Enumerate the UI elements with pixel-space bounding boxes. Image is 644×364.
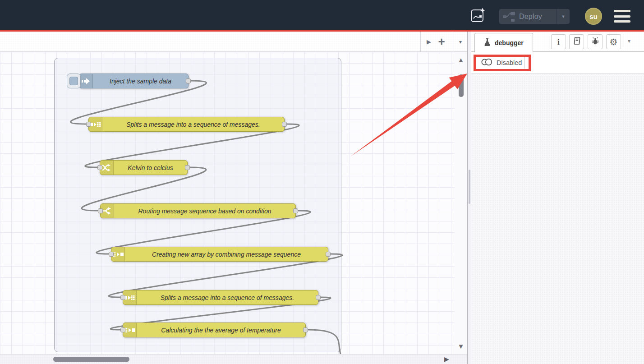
add-flow-icon[interactable]: + xyxy=(435,32,448,52)
scroll-down-icon[interactable]: ▼ xyxy=(455,343,467,350)
node-port-in[interactable] xyxy=(98,208,103,213)
hamburger-bar xyxy=(614,10,630,12)
hamburger-bar xyxy=(614,15,630,18)
node-label: Splits a message into a sequence of mess… xyxy=(102,117,284,131)
node-port-out[interactable] xyxy=(316,295,321,300)
workspace-tabbar: ▶ + ▾ xyxy=(0,32,467,52)
node-port-out[interactable] xyxy=(282,122,287,127)
deploy-caret-icon[interactable]: ▾ xyxy=(557,14,570,19)
node-port-out[interactable] xyxy=(326,252,331,257)
ai-flow-assistant-icon[interactable] xyxy=(469,6,487,23)
node-port-in[interactable] xyxy=(120,295,125,300)
flow-node-switch-1[interactable]: Routing message sequence based on condit… xyxy=(100,203,296,218)
gear-icon: ⚙ xyxy=(610,37,618,46)
wires-svg xyxy=(0,52,467,354)
flow-canvas[interactable]: ▲ ▼ Inject the sample dataSplits a messa… xyxy=(0,52,467,354)
inject-trigger-button[interactable] xyxy=(67,74,81,88)
flask-icon xyxy=(484,38,491,48)
main-menu-icon[interactable] xyxy=(614,10,630,23)
node-label: Kelvin to celcius xyxy=(114,161,187,175)
scroll-right-icon[interactable]: ▶ xyxy=(444,355,449,363)
settings-button[interactable]: ⚙ xyxy=(606,34,621,49)
sidebar-tab-label: debugger xyxy=(495,39,524,46)
flow-node-join-1[interactable]: Creating new array by combining message … xyxy=(111,247,328,262)
debugger-content xyxy=(471,74,644,364)
node-red-window: Deploy ▾ su ▶ + ▾ ▲ ▼ Inject the sample … xyxy=(0,0,644,364)
tabbar-separator xyxy=(420,32,421,52)
inject-icon xyxy=(79,74,93,88)
node-port-in[interactable] xyxy=(120,327,125,332)
horizontal-scrollbar: ▶ xyxy=(0,354,467,364)
bug-icon xyxy=(591,37,599,47)
flow-node-join-2[interactable]: Calculating the the average of temperatu… xyxy=(123,323,306,337)
inject-button-face xyxy=(69,77,78,85)
node-label: Routing message sequence based on condit… xyxy=(114,204,295,218)
node-port-out[interactable] xyxy=(186,78,191,83)
tab-debugger[interactable]: debugger xyxy=(474,33,533,52)
header-bar: Deploy ▾ su xyxy=(0,0,644,30)
disabled-toggle-button[interactable]: Disabled xyxy=(481,57,522,69)
sidebar-resize-sash[interactable] xyxy=(467,32,471,364)
sidebar-tabrow: debugger i xyxy=(471,32,644,52)
node-port-out[interactable] xyxy=(303,327,308,332)
sash-grip[interactable] xyxy=(469,170,470,204)
flow-list-caret-icon[interactable]: ▾ xyxy=(454,32,467,52)
toolbar-separator xyxy=(524,57,525,69)
scroll-up-icon[interactable]: ▲ xyxy=(455,57,467,63)
deploy-label: Deploy xyxy=(519,13,557,21)
sidebar-caret-icon[interactable]: ▾ xyxy=(628,38,630,44)
debug-button[interactable] xyxy=(588,34,603,49)
deploy-button[interactable]: Deploy ▾ xyxy=(499,9,570,24)
node-port-out[interactable] xyxy=(293,208,298,213)
node-port-in[interactable] xyxy=(109,252,114,257)
horizontal-scroll-thumb[interactable] xyxy=(53,357,129,362)
hamburger-bar xyxy=(614,20,630,23)
toggle-off-icon xyxy=(481,58,493,68)
node-label: Splits a message into a sequence of mess… xyxy=(137,290,318,304)
sidebar: debugger i xyxy=(471,32,644,364)
node-port-in[interactable] xyxy=(86,122,91,127)
node-port-in[interactable] xyxy=(97,165,102,170)
flow-node-split-1[interactable]: Splits a message into a sequence of mess… xyxy=(88,117,285,132)
node-port-out[interactable] xyxy=(185,165,190,170)
info-button[interactable]: i xyxy=(551,34,566,49)
wire[interactable] xyxy=(308,330,351,354)
disabled-label: Disabled xyxy=(497,59,522,66)
deploy-nodes-icon xyxy=(499,11,519,23)
tabbar-separator xyxy=(453,32,453,52)
node-label: Inject the sample data xyxy=(93,74,188,88)
help-book-button[interactable] xyxy=(569,34,584,49)
node-label: Calculating the the average of temperatu… xyxy=(137,323,305,337)
flow-node-inject[interactable]: Inject the sample data xyxy=(79,74,189,88)
vertical-scroll-thumb[interactable] xyxy=(459,74,464,97)
user-avatar[interactable]: su xyxy=(585,8,602,25)
book-icon xyxy=(572,37,581,47)
flow-node-split-2[interactable]: Splits a message into a sequence of mess… xyxy=(123,290,318,305)
info-icon: i xyxy=(557,37,560,47)
debugger-toolbar: Disabled xyxy=(471,52,644,74)
vertical-scrollbar: ▲ ▼ xyxy=(455,52,467,354)
node-label: Creating new array by combining message … xyxy=(125,247,328,261)
flow-node-change-1[interactable]: Kelvin to celcius xyxy=(100,160,188,175)
tab-scroll-right-icon[interactable]: ▶ xyxy=(422,32,436,52)
